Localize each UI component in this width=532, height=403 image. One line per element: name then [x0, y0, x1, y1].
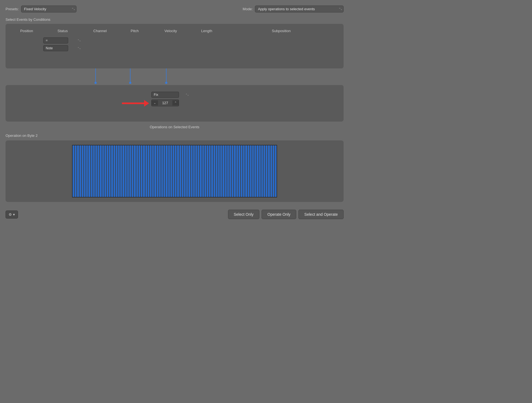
conn-position: [6, 68, 39, 85]
presets-select-wrapper: Fixed Velocity: [21, 6, 76, 12]
operations-label: Operations on Selected Events: [6, 122, 344, 131]
conn-status: [39, 68, 78, 85]
status-type-select[interactable]: Note: [43, 45, 68, 51]
presets-label: Presets:: [6, 7, 19, 11]
top-bar: Presets: Fixed Velocity Mode: Apply oper…: [6, 6, 344, 12]
table-header: Position Status Channel Pitch Velocity L…: [10, 27, 339, 35]
status-type-wrapper: Note: [43, 45, 82, 51]
bottom-right: Select Only Operate Only Select and Oper…: [228, 210, 344, 219]
select-events-section: Select Events by Conditions Position Sta…: [6, 17, 344, 68]
fix-select-wrapper: Fix: [151, 92, 190, 98]
bottom-bar: ⚙ ▾ Select Only Operate Only Select and …: [6, 206, 344, 220]
col-pitch: Pitch: [118, 29, 151, 33]
velocity-line: [166, 68, 167, 84]
conn-channel: [78, 68, 114, 85]
col-subposition: Subposition: [223, 29, 339, 33]
mode-label: Mode:: [243, 7, 253, 11]
fix-select[interactable]: Fix: [151, 92, 179, 98]
select-and-operate-button[interactable]: Select and Operate: [298, 210, 344, 219]
gear-button[interactable]: ⚙ ▾: [6, 211, 18, 219]
gear-icon: ⚙: [9, 212, 12, 217]
conn-velocity: [147, 68, 186, 85]
operations-inner: Fix ⌄ 127 ⌃: [10, 89, 339, 117]
operate-only-button[interactable]: Operate Only: [262, 210, 296, 219]
select-only-button[interactable]: Select Only: [228, 210, 260, 219]
select-events-inner: = Note: [10, 35, 339, 66]
mode-select[interactable]: Apply operations to selected events: [255, 6, 344, 12]
fix-controls: Fix ⌄ 127 ⌃: [151, 89, 190, 106]
presets-select[interactable]: Fixed Velocity: [21, 6, 76, 12]
status-cell: = Note: [43, 35, 82, 51]
byte-section-title: Operation on Byte 2: [6, 134, 344, 138]
fix-value: 127: [158, 100, 172, 106]
status-operator-wrapper: =: [43, 37, 82, 43]
viz-canvas[interactable]: [72, 145, 277, 197]
decrement-button[interactable]: ⌄: [152, 100, 158, 106]
chevron-down-icon: ▾: [13, 212, 15, 217]
arrow-head: [144, 100, 149, 107]
select-events-panel: Position Status Channel Pitch Velocity L…: [6, 24, 344, 68]
increment-button[interactable]: ⌃: [172, 100, 179, 106]
select-events-title: Select Events by Conditions: [6, 17, 344, 22]
status-operator-select[interactable]: =: [43, 37, 68, 43]
conn-length: [186, 68, 219, 85]
arrow-body: [122, 102, 144, 104]
col-channel: Channel: [82, 29, 118, 33]
bottom-left: ⚙ ▾: [6, 211, 18, 219]
mode-select-wrapper: Apply operations to selected events: [255, 6, 344, 12]
conn-subposition: [219, 68, 344, 85]
red-arrow: [122, 100, 149, 107]
top-bar-left: Presets: Fixed Velocity: [6, 6, 76, 12]
conn-pitch: [114, 68, 147, 85]
col-status: Status: [43, 29, 82, 33]
col-position: Position: [10, 29, 43, 33]
col-velocity: Velocity: [151, 29, 190, 33]
operations-panel: Fix ⌄ 127 ⌃: [6, 85, 344, 122]
channel-line: [95, 68, 96, 84]
pitch-line: [130, 68, 131, 84]
value-stepper: ⌄ 127 ⌃: [151, 99, 179, 106]
connectors-row: [6, 68, 344, 85]
viz-panel: [6, 140, 344, 202]
top-bar-right: Mode: Apply operations to selected event…: [243, 6, 344, 12]
col-length: Length: [190, 29, 223, 33]
